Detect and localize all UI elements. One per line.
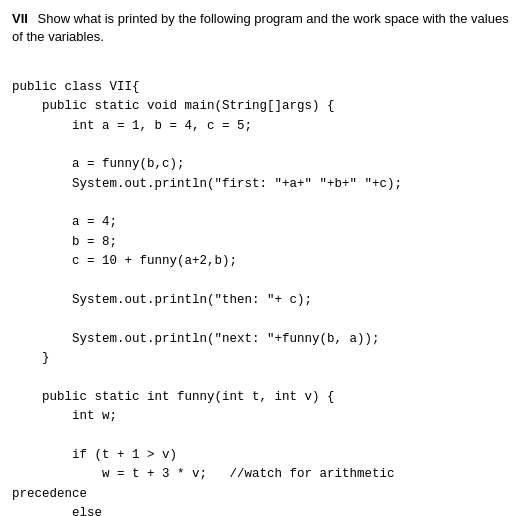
section-label: VII bbox=[12, 11, 28, 26]
instruction-block: VII Show what is printed by the followin… bbox=[12, 10, 511, 46]
code-line: System.out.println("first: "+a+" "+b+" "… bbox=[12, 175, 511, 194]
code-block: public class VII{ public static void mai… bbox=[12, 58, 511, 516]
code-line bbox=[12, 194, 511, 213]
code-line bbox=[12, 427, 511, 446]
code-line: b = 8; bbox=[12, 233, 511, 252]
code-line bbox=[12, 310, 511, 329]
code-line: System.out.println("then: "+ c); bbox=[12, 291, 511, 310]
code-line: public class VII{ bbox=[12, 78, 511, 97]
code-line: c = 10 + funny(a+2,b); bbox=[12, 252, 511, 271]
code-line: precedence bbox=[12, 485, 511, 504]
code-line: public static int funny(int t, int v) { bbox=[12, 388, 511, 407]
instruction-text: VII Show what is printed by the followin… bbox=[12, 10, 511, 46]
code-line: } bbox=[12, 349, 511, 368]
code-line: w = t + 3 * v; //watch for arithmetic bbox=[12, 465, 511, 484]
code-line: a = 4; bbox=[12, 213, 511, 232]
code-line: int w; bbox=[12, 407, 511, 426]
code-line: public static void main(String[]args) { bbox=[12, 97, 511, 116]
code-line: if (t + 1 > v) bbox=[12, 446, 511, 465]
code-line: System.out.println("next: "+funny(b, a))… bbox=[12, 330, 511, 349]
code-line: int a = 1, b = 4, c = 5; bbox=[12, 117, 511, 136]
code-line bbox=[12, 368, 511, 387]
instruction-body: Show what is printed by the following pr… bbox=[12, 11, 509, 44]
code-line: else bbox=[12, 504, 511, 516]
code-line bbox=[12, 136, 511, 155]
code-line bbox=[12, 272, 511, 291]
code-line: a = funny(b,c); bbox=[12, 155, 511, 174]
